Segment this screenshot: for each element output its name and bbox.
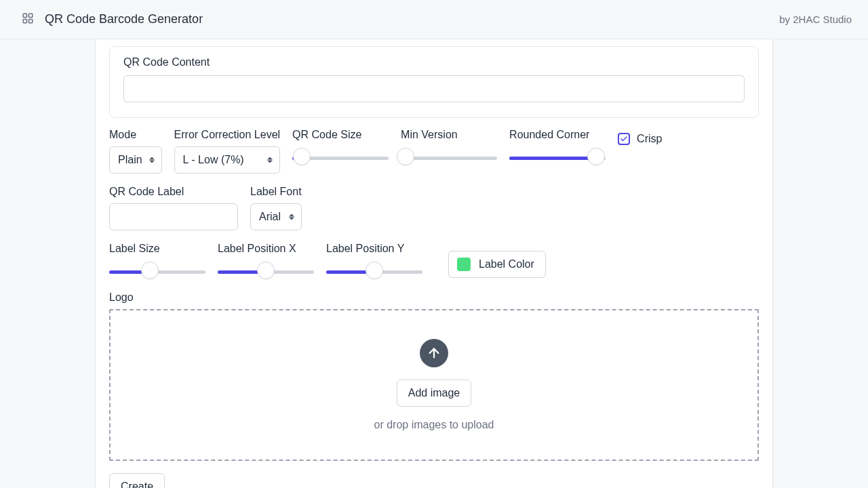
ecl-select[interactable]: L - Low (7%)	[174, 146, 281, 174]
settings-row-1: Mode Plain Error Correction Level L - Lo…	[109, 129, 759, 174]
add-image-button[interactable]: Add image	[397, 380, 472, 407]
color-swatch	[457, 258, 471, 271]
settings-row-2: QR Code Label Label Font Arial	[109, 186, 759, 230]
crisp-checkbox[interactable]	[618, 133, 630, 145]
logo-dropzone[interactable]: Add image or drop images to upload	[109, 309, 759, 461]
minver-label: Min Version	[401, 129, 497, 141]
posx-label: Label Position X	[218, 243, 314, 255]
font-label: Label Font	[250, 186, 302, 198]
app-header: QR Code Barcode Generator by 2HAC Studio	[0, 0, 868, 39]
qr-content-label: QR Code Content	[123, 56, 745, 68]
posy-field: Label Position Y	[326, 243, 422, 279]
rounded-corner-slider[interactable]	[509, 148, 606, 165]
label-posy-slider[interactable]	[326, 262, 422, 279]
svg-rect-0	[23, 14, 26, 17]
qr-label-input[interactable]	[109, 203, 238, 230]
font-select[interactable]: Arial	[250, 203, 302, 230]
mode-label: Mode	[109, 129, 162, 141]
mode-value: Plain	[118, 154, 142, 166]
svg-rect-1	[29, 14, 33, 17]
create-button[interactable]: Create	[109, 473, 165, 488]
qrlabel-label: QR Code Label	[109, 186, 238, 198]
font-value: Arial	[259, 211, 281, 223]
label-posx-slider[interactable]	[218, 262, 314, 279]
ecl-field: Error Correction Level L - Low (7%)	[174, 129, 281, 174]
mode-select[interactable]: Plain	[109, 146, 162, 174]
chevron-updown-icon	[149, 157, 155, 163]
qr-content-card: QR Code Content	[109, 46, 759, 118]
ecl-label: Error Correction Level	[174, 129, 281, 141]
rounded-label: Rounded Corner	[509, 129, 606, 141]
settings-row-3: Label Size Label Position X Label Positi…	[109, 243, 759, 279]
posx-field: Label Position X	[218, 243, 314, 279]
chevron-updown-icon	[267, 157, 273, 163]
crisp-label: Crisp	[637, 133, 662, 145]
app-grid-icon[interactable]	[22, 12, 34, 27]
svg-rect-3	[29, 19, 33, 22]
logo-label: Logo	[109, 291, 759, 304]
min-version-slider[interactable]	[401, 148, 497, 165]
logo-section: Logo Add image or drop images to upload	[109, 291, 759, 461]
label-color-text: Label Color	[479, 258, 534, 270]
header-left: QR Code Barcode Generator	[22, 12, 203, 27]
app-title: QR Code Barcode Generator	[45, 12, 203, 26]
minver-field: Min Version	[401, 129, 497, 165]
rounded-field: Rounded Corner	[509, 129, 606, 165]
label-color-button[interactable]: Label Color	[448, 251, 546, 278]
main-panel: QR Code Content Mode Plain Error Correct…	[95, 39, 773, 488]
mode-field: Mode Plain	[109, 129, 162, 174]
svg-rect-2	[23, 19, 26, 22]
ecl-value: L - Low (7%)	[183, 154, 244, 166]
chevron-updown-icon	[289, 214, 294, 220]
check-icon	[620, 135, 628, 143]
size-label: QR Code Size	[292, 129, 389, 141]
font-field: Label Font Arial	[250, 186, 302, 230]
app-byline: by 2HAC Studio	[779, 14, 852, 25]
qr-size-slider[interactable]	[292, 148, 389, 165]
qrlabel-field: QR Code Label	[109, 186, 238, 230]
posy-label: Label Position Y	[326, 243, 422, 255]
labelsize-label: Label Size	[109, 243, 205, 255]
upload-icon	[420, 339, 448, 367]
labelsize-field: Label Size	[109, 243, 205, 279]
crisp-field: Crisp	[618, 130, 662, 145]
drop-hint: or drop images to upload	[374, 419, 494, 431]
size-field: QR Code Size	[292, 129, 389, 165]
qr-content-input[interactable]	[123, 75, 745, 102]
label-size-slider[interactable]	[109, 262, 205, 279]
